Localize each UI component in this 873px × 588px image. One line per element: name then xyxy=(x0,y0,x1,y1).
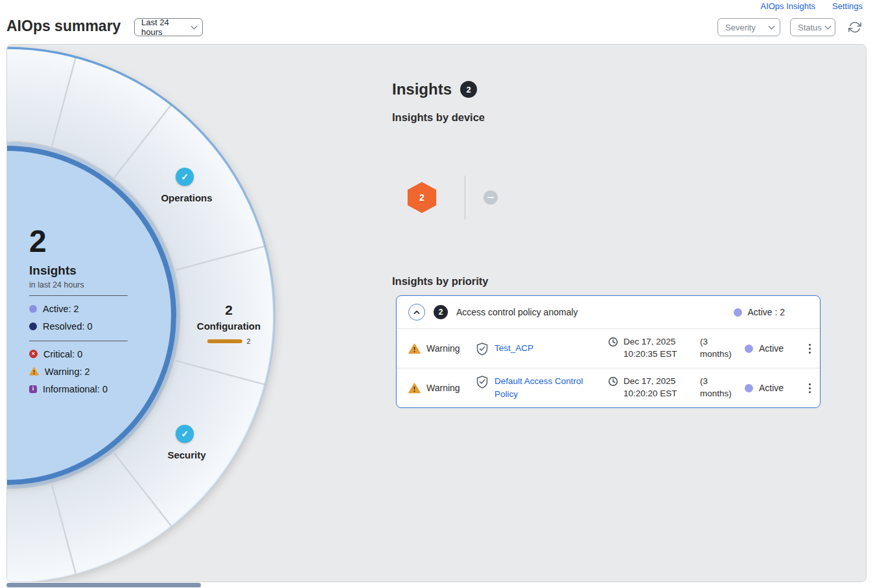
active-dot-icon xyxy=(734,308,742,317)
insight-row: Warning Default Access Control Policy De… xyxy=(397,368,820,407)
shield-icon xyxy=(476,376,488,389)
resolved-count-row: Resolved: 0 xyxy=(29,317,138,335)
severity-cell: Warning xyxy=(408,383,476,394)
collapse-group-button[interactable] xyxy=(408,304,425,321)
group-status-summary: Active : 2 xyxy=(734,307,785,317)
active-dot-icon xyxy=(745,384,753,392)
insights-by-priority-title: Insights by priority xyxy=(392,275,489,288)
configuration-bar-value: 2 xyxy=(246,337,250,345)
status-label: Active xyxy=(759,383,784,393)
minus-icon xyxy=(487,197,494,199)
group-count-badge: 2 xyxy=(434,305,448,319)
chevron-down-icon xyxy=(191,23,198,30)
insights-period-label: in last 24 hours xyxy=(29,280,138,289)
aiops-summary-page: AIOps Insights Settings AIOps summary La… xyxy=(0,0,873,588)
collapse-device-button[interactable] xyxy=(483,190,498,205)
policy-link[interactable]: Default Access Control Policy xyxy=(495,375,600,400)
critical-icon: × xyxy=(29,350,38,358)
refresh-icon[interactable] xyxy=(848,21,862,35)
clock-icon xyxy=(608,376,618,387)
critical-count-row: × Critical: 0 xyxy=(29,345,138,363)
page-title: AIOps summary xyxy=(6,17,121,35)
insights-total-label: Insights xyxy=(29,264,138,278)
informational-icon: i xyxy=(29,385,37,393)
stats-divider xyxy=(29,295,128,296)
timestamp-cell: Dec 17, 2025 10:20:35 EST xyxy=(608,336,700,361)
configuration-bar-row: 2 xyxy=(197,337,261,345)
stats-divider xyxy=(29,341,128,341)
settings-link[interactable]: Settings xyxy=(832,1,863,11)
severity-label: Warning xyxy=(426,383,460,393)
status-label: Active xyxy=(759,343,784,354)
age-label: (3 months) xyxy=(700,376,734,400)
device-hexagon[interactable]: 2 xyxy=(406,182,437,213)
insights-header: Insights 2 xyxy=(392,80,477,98)
summary-panel: 2 Insights in last 24 hours Active: 2 Re… xyxy=(6,44,867,582)
gauge-stats: 2 Insights in last 24 hours Active: 2 Re… xyxy=(29,226,138,398)
device-divider xyxy=(465,175,465,220)
active-dot-icon xyxy=(745,345,753,353)
severity-label: Warning xyxy=(426,343,460,354)
resolved-dot-icon xyxy=(29,322,37,330)
status-filter-value: Status xyxy=(798,23,822,32)
timestamp-label: Dec 17, 2025 10:20:20 EST xyxy=(623,376,693,400)
insight-row: Warning Test_ACP Dec 17, 2025 10:20:35 E… xyxy=(397,328,820,368)
insights-total-count: 2 xyxy=(29,226,138,257)
warning-count-label: Warning: 2 xyxy=(45,367,90,377)
status-cell: Active xyxy=(745,343,805,354)
age-label: (3 months) xyxy=(700,336,734,361)
active-dot-icon xyxy=(29,305,37,313)
critical-count-label: Critical: 0 xyxy=(43,349,82,359)
chevron-up-icon xyxy=(412,308,421,317)
configuration-count: 2 xyxy=(197,302,261,318)
row-actions-kebab-icon[interactable] xyxy=(805,381,815,396)
policy-link[interactable]: Test_ACP xyxy=(495,342,533,355)
gauge-segment-security[interactable]: Security xyxy=(167,449,205,460)
time-range-value: Last 24 hours xyxy=(141,17,188,37)
insights-by-device-title: Insights by device xyxy=(392,111,485,124)
gauge-segment-configuration[interactable]: 2 Configuration 2 xyxy=(197,302,261,345)
insights-title: Insights xyxy=(392,80,452,98)
device-hexagon-count: 2 xyxy=(419,192,425,203)
active-count-row: Active: 2 xyxy=(29,300,138,317)
configuration-label: Configuration xyxy=(197,321,261,332)
horizontal-scrollbar[interactable] xyxy=(6,583,201,587)
informational-count-row: i Informational: 0 xyxy=(29,380,138,398)
status-filter-dropdown[interactable]: Status xyxy=(790,18,835,36)
timestamp-label: Dec 17, 2025 10:20:35 EST xyxy=(623,336,693,361)
warning-icon xyxy=(408,343,421,354)
policy-cell: Default Access Control Policy xyxy=(476,375,608,400)
warning-icon xyxy=(408,383,421,394)
timestamp-cell: Dec 17, 2025 10:20:20 EST xyxy=(608,376,700,400)
priority-group-card: 2 Access control policy anomaly Active :… xyxy=(396,295,821,408)
severity-filter-dropdown[interactable]: Severity xyxy=(717,18,780,36)
top-nav: AIOps Insights Settings xyxy=(760,1,863,11)
resolved-count-label: Resolved: 0 xyxy=(43,321,93,332)
insights-count-badge: 2 xyxy=(460,81,477,98)
time-range-dropdown[interactable]: Last 24 hours xyxy=(134,18,203,36)
severity-filter-value: Severity xyxy=(725,23,756,32)
gauge-segment-operations[interactable]: Operations xyxy=(161,192,212,203)
status-cell: Active xyxy=(745,383,805,393)
informational-count-label: Informational: 0 xyxy=(43,384,108,394)
aiops-insights-link[interactable]: AIOps Insights xyxy=(760,1,815,11)
warning-icon xyxy=(29,367,39,376)
severity-cell: Warning xyxy=(408,343,476,354)
clock-icon xyxy=(608,337,618,347)
configuration-warning-bar xyxy=(207,339,242,343)
row-actions-kebab-icon[interactable] xyxy=(805,341,815,356)
operations-check-icon[interactable]: ✓ xyxy=(176,168,194,186)
priority-group-header: 2 Access control policy anomaly Active :… xyxy=(397,296,820,328)
security-check-icon[interactable]: ✓ xyxy=(176,425,194,443)
group-title: Access control policy anomaly xyxy=(456,307,578,317)
chevron-down-icon xyxy=(824,23,831,30)
policy-cell: Test_ACP xyxy=(476,342,608,356)
active-count-label: Active: 2 xyxy=(43,304,79,314)
shield-icon xyxy=(476,343,488,356)
warning-count-row: Warning: 2 xyxy=(29,363,138,380)
chevron-down-icon xyxy=(769,23,775,30)
